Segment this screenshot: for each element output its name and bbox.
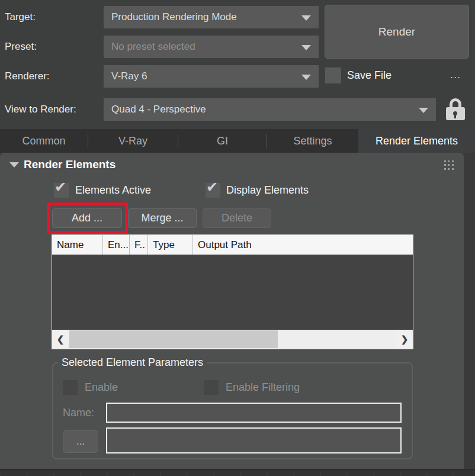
render-elements-list[interactable]: Name En... F.. Type Output Path ❮ ❯ (52, 234, 413, 349)
tab-bar: Common V-Ray GI Settings Render Elements (0, 129, 475, 153)
preset-value: No preset selected (111, 41, 195, 53)
name-label: Name: (63, 407, 94, 419)
rollout-collapse-icon[interactable] (9, 162, 19, 168)
name-input[interactable] (106, 403, 402, 423)
chevron-down-icon (419, 108, 428, 113)
drag-handle-icon[interactable] (444, 160, 454, 170)
tab-vray[interactable]: V-Ray (88, 129, 178, 153)
column-header-filter: F.. (130, 235, 148, 255)
column-header-type: Type (148, 235, 193, 255)
bottom-edge (0, 469, 475, 476)
tutorial-highlight-box (47, 202, 128, 234)
target-value: Production Rendering Mode (111, 11, 237, 23)
renderer-dropdown[interactable]: V-Ray 6 (104, 65, 319, 88)
view-to-render-value: Quad 4 - Perspective (111, 104, 206, 115)
scroll-left-icon[interactable]: ❮ (52, 330, 69, 349)
scroll-right-icon[interactable]: ❯ (396, 330, 413, 349)
output-path-input[interactable] (106, 427, 402, 454)
delete-button: Delete (203, 208, 271, 228)
scrollbar-thumb[interactable] (69, 330, 278, 348)
resize-ticks (0, 474, 475, 475)
merge-button[interactable]: Merge ... (128, 208, 197, 228)
save-file-browse-button[interactable]: ... (450, 69, 461, 81)
rollout-title[interactable]: Render Elements (24, 158, 115, 171)
display-elements-label: Display Elements (226, 184, 309, 197)
chevron-down-icon (301, 75, 311, 80)
horizontal-scrollbar[interactable]: ❮ ❯ (52, 330, 413, 349)
check-icon: ✔ (206, 180, 218, 194)
tab-common[interactable]: Common (0, 129, 88, 153)
rollout-gutter (464, 153, 475, 469)
render-setup-dialog: Target: Production Rendering Mode Preset… (0, 0, 475, 476)
display-elements-checkbox[interactable]: ✔ (206, 183, 220, 198)
enable-filtering-label: Enable Filtering (226, 381, 300, 394)
chevron-down-icon (301, 15, 311, 21)
render-button[interactable]: Render (325, 5, 469, 59)
save-file-checkbox[interactable] (325, 67, 341, 83)
list-header: Name En... F.. Type Output Path (52, 235, 413, 255)
tab-gi[interactable]: GI (178, 129, 267, 153)
output-browse-button[interactable]: ... (63, 430, 98, 453)
chevron-down-icon (301, 45, 311, 50)
group-title: Selected Element Parameters (58, 356, 207, 369)
column-header-name: Name (52, 235, 103, 255)
view-to-render-dropdown[interactable]: Quad 4 - Perspective (104, 98, 436, 121)
preset-dropdown[interactable]: No preset selected (104, 36, 319, 58)
lock-viewport-icon[interactable] (445, 98, 466, 120)
preset-label: Preset: (5, 36, 37, 58)
renderer-label: Renderer: (5, 65, 50, 88)
renderer-value: V-Ray 6 (111, 70, 147, 82)
enable-filtering-checkbox (204, 380, 219, 395)
target-label: Target: (5, 6, 36, 28)
column-header-enabled: En... (103, 235, 130, 255)
elements-active-checkbox[interactable]: ✔ (54, 183, 69, 198)
save-file-label: Save File (347, 69, 391, 82)
tab-settings[interactable]: Settings (267, 129, 358, 153)
list-body[interactable] (52, 255, 413, 330)
elements-active-label: Elements Active (75, 184, 151, 197)
view-to-render-label: View to Render: (5, 98, 76, 121)
selected-element-parameters-group: Selected Element Parameters Enable Enabl… (52, 362, 413, 459)
tab-render-elements[interactable]: Render Elements (358, 129, 475, 153)
enable-checkbox (63, 380, 78, 395)
check-icon: ✔ (54, 180, 66, 194)
enable-label: Enable (85, 381, 118, 394)
column-header-output-path: Output Path (193, 235, 413, 255)
target-dropdown[interactable]: Production Rendering Mode (104, 6, 319, 28)
